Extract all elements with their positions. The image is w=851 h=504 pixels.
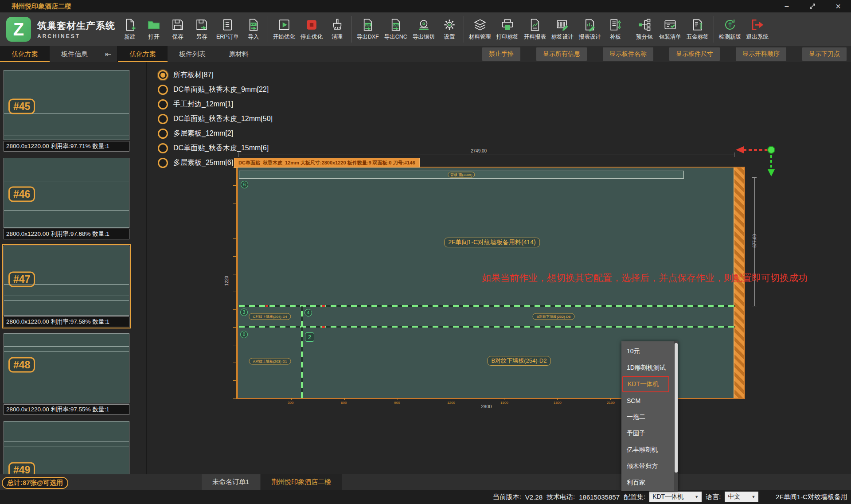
sheet-panel-item[interactable]: #462800.0x1220.00 利用率:97.68% 数量:1 — [4, 158, 129, 239]
dropdown-item[interactable]: 予圆子 — [621, 425, 674, 441]
dropdown-scrollbar[interactable] — [674, 341, 678, 491]
view-button-3[interactable]: 显示板件名称 — [603, 47, 653, 61]
dropdown-item[interactable]: 倾木带归方 — [621, 458, 674, 474]
material-radio-row[interactable]: 多层素板_12mm[2] — [158, 129, 273, 138]
toolbar-patch-board-button[interactable]: 补板 — [604, 12, 628, 46]
language-select[interactable]: 中文 ▼ — [725, 492, 758, 502]
toolbar-button-label: 开始优化 — [273, 33, 295, 41]
toolbar-prepack-tree-button[interactable]: 预分包 — [632, 12, 656, 46]
dropdown-item[interactable]: 利百家 — [621, 474, 674, 491]
toolbar-packing-list-button[interactable]: 包装清单 — [656, 12, 684, 46]
material-radio-row[interactable]: 手工封边_12mm[1] — [158, 99, 273, 109]
toolbar-erp-order-button[interactable]: ERP订单 — [214, 12, 242, 46]
dropdown-item[interactable]: SCM — [621, 392, 674, 409]
toolbar-print-label-button[interactable]: 打印标签 — [494, 12, 521, 46]
toolbar-open-folder-button[interactable]: 打开 — [142, 12, 166, 46]
toolbar-save-button[interactable]: 保存 — [166, 12, 190, 46]
toolbar-import-xml-button[interactable]: XML导入 — [242, 12, 265, 46]
dropdown-item[interactable]: 10元 — [621, 343, 674, 359]
toolbar-save-as-button[interactable]: 另存 — [190, 12, 214, 46]
dropdown-item[interactable]: 一拖二 — [621, 409, 674, 425]
sheet-thumbnail[interactable]: #49 — [4, 421, 129, 474]
view-button-6[interactable]: 显示下刀点 — [802, 47, 847, 61]
config-select[interactable]: KDT一体机 ▼ — [649, 492, 702, 502]
toolbar-export-saw-button[interactable]: 导出锯切 — [410, 12, 437, 46]
close-icon[interactable]: × — [825, 0, 851, 12]
material-radio-row[interactable]: 所有板材[87] — [158, 70, 273, 80]
toolbar-button-label: 导出CNC — [384, 33, 407, 41]
toolbar-separator — [464, 16, 464, 43]
toolbar-settings-gear-button[interactable]: 设置 — [437, 12, 461, 46]
toolbar-start-optimize-button[interactable]: 开始优化 — [270, 12, 298, 46]
sidebar-tab-1[interactable]: 优化方案 — [0, 46, 50, 62]
dropdown-item[interactable]: KDT一体机 — [622, 376, 669, 392]
toolbar-button-label: 检测新版 — [719, 33, 741, 41]
main-tab-3[interactable]: 原材料 — [217, 46, 260, 62]
piece-label-bottom-main[interactable]: B对纹下墙板(254)-D2 — [488, 356, 551, 366]
toolbar-button-label: 包装清单 — [659, 33, 681, 41]
main-tab-2[interactable]: 板件列表 — [168, 46, 217, 62]
sheet-panel-item[interactable]: #452800.0x1220.00 利用率:97.71% 数量:1 — [4, 70, 129, 152]
toolbar-materials-layers-button[interactable]: 材料管理 — [466, 12, 494, 46]
piece-label-mid-right[interactable]: B对纹下墙板(202)-D6 — [533, 313, 575, 320]
view-button-5[interactable]: 显示开料顺序 — [736, 47, 786, 61]
piece-label-main[interactable]: 2F单间1-C对纹墙板备用料(414) — [444, 238, 540, 247]
radio-button-icon[interactable] — [158, 99, 168, 109]
dropdown-item[interactable]: 亿丰雕刻机 — [621, 441, 674, 458]
cut-origin-arrows — [730, 143, 779, 182]
material-radio-row[interactable]: DC单面贴_秋香木皮_9mm[22] — [158, 85, 273, 94]
sheet-panel-item[interactable]: #472800.0x1220.00 利用率:97.58% 数量:1 — [4, 246, 129, 327]
toolbar-export-cnc-button[interactable]: CNC导出CNC — [382, 12, 410, 46]
version-label: 当前版本: — [493, 493, 521, 501]
piece-backstrip[interactable]: 背板 顶(2285) — [239, 171, 684, 179]
radio-button-icon[interactable] — [158, 158, 168, 168]
toolbar-clean-brush-button[interactable]: 清理 — [325, 12, 349, 46]
toolbar: Z 筑巢套材生产系统 ARCHINEST 新建打开保存另存ERP订单XML导入开… — [0, 12, 851, 46]
piece-number: 0 — [240, 331, 248, 338]
material-radio-row[interactable]: DC单面贴_秋香木皮_12mm[50] — [158, 114, 273, 124]
radio-button-icon[interactable] — [158, 114, 168, 124]
view-button-2[interactable]: 显示所有信息 — [536, 47, 587, 61]
toolbar-export-dxf-button[interactable]: DXF导出DXF — [354, 12, 382, 46]
config-label: 配置集: — [624, 493, 645, 501]
radio-button-icon[interactable] — [158, 85, 168, 95]
piece-label-mid-left[interactable]: C对纹上墙板(204)-D4 — [249, 313, 291, 320]
radio-button-icon[interactable] — [158, 143, 168, 153]
radio-button-icon[interactable] — [158, 70, 168, 80]
material-radio-row[interactable]: DC单面贴_秋香木皮_15mm[6] — [158, 143, 273, 153]
toolbar-stop-optimize-button[interactable]: 停止优化 — [298, 12, 325, 46]
window-controls: – × — [774, 0, 851, 12]
toolbar-check-update-button[interactable]: 检测新版 — [716, 12, 744, 46]
main-tab-1[interactable]: 优化方案 — [118, 46, 168, 62]
piece-label-bottom-left[interactable]: A对纹上墙板(203)-D1 — [249, 358, 291, 365]
sheet-info-bar: 2800.0x1220.00 利用率:97.71% 数量:1 — [4, 141, 129, 152]
app-name: 筑巢套材生产系统 — [37, 20, 115, 32]
ruler-tick — [344, 398, 345, 400]
sheet-thumbnail[interactable]: #48 — [4, 333, 129, 403]
toolbar-cutting-report-button[interactable]: 开料报表 — [521, 12, 549, 46]
view-button-4[interactable]: 显示板件尺寸 — [669, 47, 720, 61]
toolbar-exit-system-button[interactable]: 退出系统 — [744, 12, 771, 46]
maximize-icon[interactable] — [800, 0, 825, 12]
dropdown-item[interactable]: 1D雕刻机测试 — [621, 359, 674, 376]
minimize-button[interactable]: – — [774, 0, 800, 12]
cutting-report-icon — [528, 18, 542, 32]
radio-button-icon[interactable] — [158, 129, 168, 139]
sheet-thumbnail[interactable]: #46 — [4, 158, 129, 228]
sheet-thumbnail[interactable]: #47 — [4, 246, 129, 316]
sidebar-collapse-icon[interactable]: ⇤ — [99, 46, 117, 62]
toolbar-hardware-label-button[interactable]: 五金标签 — [684, 12, 711, 46]
exit-system-icon — [750, 18, 765, 32]
view-button-1[interactable]: 禁止手排 — [482, 47, 520, 61]
order-tab-2[interactable]: 荆州悦印象酒店二楼 — [261, 474, 342, 490]
toolbar-new-doc-button[interactable]: 新建 — [118, 12, 142, 46]
sheet-panel-item[interactable]: #482800.0x1220.00 利用率:97.55% 数量:1 — [4, 333, 129, 415]
phone-value: 18615035857 — [579, 493, 620, 501]
sheet-thumbnail[interactable]: #45 — [4, 70, 129, 140]
toolbar-label-design-button[interactable]: 标签设计 — [549, 12, 576, 46]
toolbar-report-design-button[interactable]: 报表设计 — [576, 12, 604, 46]
sheet-panel-item[interactable]: #49 — [4, 421, 129, 474]
sidebar-tab-2[interactable]: 板件信息 — [50, 46, 99, 62]
order-tab-1[interactable]: 未命名订单1 — [202, 474, 260, 490]
thumbnail-line — [4, 296, 129, 296]
